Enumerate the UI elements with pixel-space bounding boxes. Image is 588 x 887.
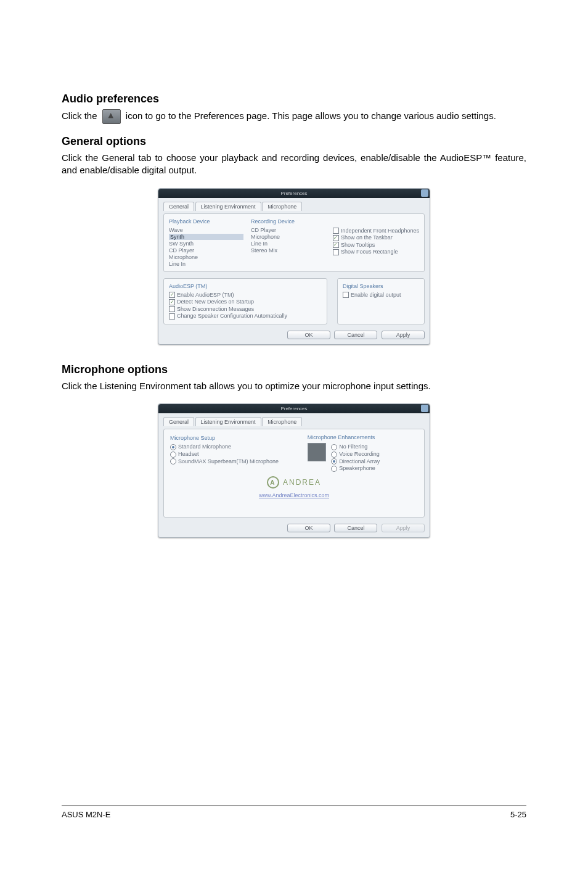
paragraph-general-options: Click the General tab to choose your pla… bbox=[62, 152, 526, 177]
panel-digital: Digital Speakers Enable digital output bbox=[337, 278, 425, 325]
ok-button[interactable]: OK bbox=[287, 331, 330, 339]
radio-item[interactable]: Speakerphone bbox=[331, 465, 380, 472]
preferences-icon bbox=[102, 109, 121, 124]
tab-microphone[interactable]: Microphone bbox=[262, 417, 302, 426]
dialog-title: Preferences bbox=[280, 191, 307, 196]
page-footer: ASUS M2N-E 5-25 bbox=[62, 806, 526, 819]
check-item[interactable]: Independent Front Headphones bbox=[333, 228, 419, 234]
list-item[interactable]: CD Player bbox=[251, 227, 325, 233]
dialog-title: Preferences bbox=[280, 406, 307, 411]
mic-setup-heading: Microphone Setup bbox=[170, 435, 295, 441]
cancel-button[interactable]: Cancel bbox=[334, 524, 377, 532]
andrea-branding: A ANDREA www.AndreaElectronics.com bbox=[169, 476, 419, 498]
heading-audio-preferences: Audio preferences bbox=[62, 93, 526, 105]
check-item[interactable]: Show Tooltips bbox=[333, 242, 419, 249]
cancel-button[interactable]: Cancel bbox=[334, 331, 377, 339]
enhancement-preview-icon bbox=[308, 443, 326, 461]
andrea-badge-icon: A bbox=[267, 476, 279, 489]
recording-heading: Recording Device bbox=[251, 218, 325, 225]
dialog-tabs: General Listening Environment Microphone bbox=[158, 413, 430, 426]
dialog-titlebar: Preferences bbox=[158, 189, 430, 198]
check-item[interactable]: Change Speaker Configuration Automatical… bbox=[169, 313, 322, 320]
radio-item[interactable]: Standard Microphone bbox=[170, 444, 295, 450]
ok-button[interactable]: OK bbox=[287, 524, 330, 532]
check-item[interactable]: Show Disconnection Messages bbox=[169, 306, 322, 313]
paragraph-microphone-options: Click the Listening Environment tab allo… bbox=[62, 380, 526, 392]
text-audio-pref-suffix: icon to go to the Preferences page. This… bbox=[126, 110, 496, 121]
mic-enh-heading: Microphone Enhancements bbox=[308, 434, 417, 440]
list-item[interactable]: CD Player bbox=[169, 247, 243, 254]
apply-button[interactable]: Apply bbox=[382, 331, 425, 339]
radio-item[interactable]: Voice Recording bbox=[331, 451, 380, 458]
list-item[interactable]: Wave bbox=[169, 227, 243, 233]
playback-heading: Playback Device bbox=[169, 218, 243, 225]
apply-button[interactable]: Apply bbox=[382, 524, 425, 532]
check-item[interactable]: Enable AudioESP (TM) bbox=[169, 292, 322, 299]
footer-left: ASUS M2N-E bbox=[62, 810, 110, 819]
list-item[interactable]: Line In bbox=[251, 241, 325, 247]
preferences-dialog-microphone: Preferences General Listening Environmen… bbox=[158, 403, 430, 538]
close-icon[interactable] bbox=[421, 189, 428, 197]
list-item-selected[interactable]: Synth bbox=[169, 234, 243, 240]
playback-device-list: Playback Device Wave Synth SW Synth CD P… bbox=[169, 218, 243, 268]
list-item[interactable]: Microphone bbox=[251, 234, 325, 240]
close-icon[interactable] bbox=[421, 405, 428, 412]
preferences-dialog-general: Preferences General Listening Environmen… bbox=[158, 188, 430, 345]
panel-audioesp: AudioESP (TM) Enable AudioESP (TM) Detec… bbox=[163, 278, 327, 325]
footer-right: 5-25 bbox=[510, 810, 526, 819]
audioesp-heading: AudioESP (TM) bbox=[169, 283, 322, 289]
check-item[interactable]: Detect New Devices on Startup bbox=[169, 299, 322, 305]
heading-microphone-options: Microphone options bbox=[62, 363, 526, 376]
tab-listening-environment[interactable]: Listening Environment bbox=[195, 202, 261, 211]
list-item[interactable]: Line In bbox=[169, 261, 243, 267]
radio-item[interactable]: Directional Array bbox=[331, 458, 380, 465]
recording-device-list: Recording Device CD Player Microphone Li… bbox=[251, 218, 325, 268]
misc-checks: Independent Front Headphones Show on the… bbox=[333, 218, 419, 268]
radio-item[interactable]: No Filtering bbox=[331, 444, 380, 450]
tab-general[interactable]: General bbox=[163, 417, 194, 426]
text-audio-pref-prefix: Click the bbox=[62, 110, 100, 121]
radio-item[interactable]: SoundMAX Superbeam(TM) Microphone bbox=[170, 458, 295, 465]
tab-general[interactable]: General bbox=[163, 202, 194, 211]
digital-heading: Digital Speakers bbox=[343, 283, 419, 289]
list-item[interactable]: Microphone bbox=[169, 254, 243, 260]
check-item[interactable]: Show Focus Rectangle bbox=[333, 249, 419, 255]
dialog-buttons: OK Cancel Apply bbox=[158, 328, 430, 344]
radio-item[interactable]: Headset bbox=[170, 451, 295, 458]
check-item[interactable]: Enable digital output bbox=[343, 292, 419, 299]
dialog-buttons: OK Cancel Apply bbox=[158, 521, 430, 537]
check-item[interactable]: Show on the Taskbar bbox=[333, 234, 419, 241]
andrea-logo-text: ANDREA bbox=[283, 478, 321, 487]
panel-mic: Microphone Setup Standard Microphone Hea… bbox=[163, 429, 425, 518]
list-item[interactable]: Stereo Mix bbox=[251, 247, 325, 254]
heading-general-options: General options bbox=[62, 135, 526, 148]
mic-setup: Microphone Setup Standard Microphone Hea… bbox=[170, 434, 295, 465]
andrea-link[interactable]: www.AndreaElectronics.com bbox=[169, 492, 419, 498]
mic-enhancements: Microphone Enhancements No Filtering Voi… bbox=[308, 434, 417, 472]
tab-listening-environment[interactable]: Listening Environment bbox=[195, 417, 261, 426]
list-item[interactable]: SW Synth bbox=[169, 241, 243, 247]
dialog-titlebar: Preferences bbox=[158, 404, 430, 413]
tab-microphone[interactable]: Microphone bbox=[262, 202, 302, 211]
andrea-logo: A ANDREA bbox=[267, 476, 321, 489]
panel-devices: Playback Device Wave Synth SW Synth CD P… bbox=[163, 213, 425, 272]
paragraph-audio-pref: Click the icon to go to the Preferences … bbox=[62, 109, 526, 124]
dialog-tabs: General Listening Environment Microphone bbox=[158, 198, 430, 211]
